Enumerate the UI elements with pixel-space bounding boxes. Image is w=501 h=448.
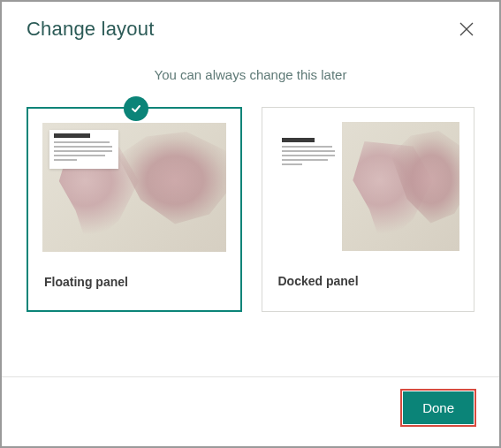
floating-panel-preview [49,130,118,169]
check-icon [124,96,148,121]
option-label: Docked panel [262,251,474,309]
option-thumbnail [277,122,460,251]
close-icon[interactable] [459,21,474,37]
dialog-footer: Done [400,389,476,427]
dialog-header: Change layout [2,2,499,48]
layout-options: Floating panel Docked panel [2,107,499,312]
done-button[interactable]: Done [403,391,474,424]
dialog-subtitle: You can always change this later [2,67,499,82]
docked-panel-preview [277,122,342,251]
option-thumbnail [42,123,226,252]
option-label: Floating panel [28,252,240,310]
option-floating-panel[interactable]: Floating panel [27,107,242,312]
dialog-title: Change layout [27,18,154,41]
footer-separator [2,376,499,377]
option-docked-panel[interactable]: Docked panel [262,107,475,312]
done-button-highlight: Done [400,389,476,427]
